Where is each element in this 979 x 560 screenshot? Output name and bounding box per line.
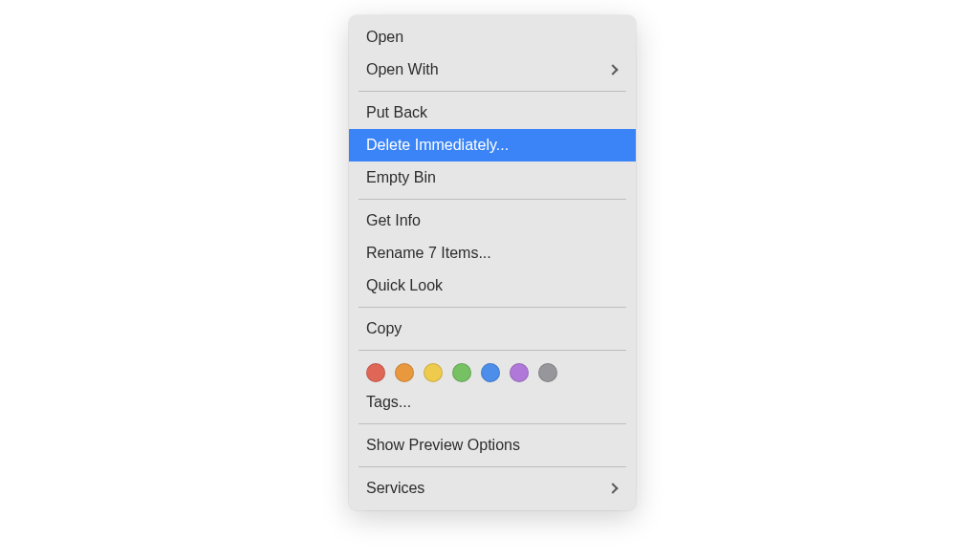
chevron-right-icon: [607, 64, 618, 75]
menu-item-copy[interactable]: Copy: [349, 312, 636, 345]
menu-item-label: Get Info: [366, 209, 421, 232]
chevron-right-icon: [607, 483, 618, 493]
menu-item-label: Quick Look: [366, 274, 443, 297]
menu-item-quick-look[interactable]: Quick Look: [349, 269, 636, 302]
menu-divider: [359, 350, 626, 351]
menu-divider: [359, 423, 626, 424]
tag-orange-icon[interactable]: [395, 363, 414, 382]
tag-purple-icon[interactable]: [510, 363, 529, 382]
menu-item-label: Open: [366, 26, 403, 49]
menu-item-label: Empty Bin: [366, 166, 436, 189]
context-menu: Open Open With Put Back Delete Immediate…: [349, 15, 636, 510]
menu-divider: [359, 199, 626, 200]
menu-item-label: Delete Immediately...: [366, 134, 509, 157]
tag-color-row: [349, 355, 636, 386]
menu-item-open[interactable]: Open: [349, 21, 636, 54]
menu-item-label: Put Back: [366, 101, 427, 124]
menu-item-label: Open With: [366, 58, 439, 81]
menu-item-open-with[interactable]: Open With: [349, 54, 636, 86]
menu-item-get-info[interactable]: Get Info: [349, 205, 636, 237]
menu-item-rename-items[interactable]: Rename 7 Items...: [349, 237, 636, 269]
menu-item-tags[interactable]: Tags...: [349, 386, 636, 419]
tag-green-icon[interactable]: [452, 363, 471, 382]
menu-item-label: Rename 7 Items...: [366, 242, 491, 265]
menu-item-services[interactable]: Services: [349, 472, 636, 505]
menu-divider: [359, 307, 626, 308]
menu-item-label: Tags...: [366, 391, 411, 414]
menu-divider: [359, 466, 626, 467]
menu-divider: [359, 91, 626, 92]
tag-red-icon[interactable]: [366, 363, 385, 382]
menu-item-label: Services: [366, 477, 424, 500]
menu-item-label: Show Preview Options: [366, 434, 520, 457]
menu-item-show-preview-options[interactable]: Show Preview Options: [349, 429, 636, 462]
tag-blue-icon[interactable]: [481, 363, 500, 382]
menu-item-delete-immediately[interactable]: Delete Immediately...: [349, 129, 636, 162]
menu-item-empty-bin[interactable]: Empty Bin: [349, 162, 636, 194]
tag-gray-icon[interactable]: [538, 363, 557, 382]
menu-item-label: Copy: [366, 317, 402, 340]
menu-item-put-back[interactable]: Put Back: [349, 97, 636, 129]
tag-yellow-icon[interactable]: [424, 363, 443, 382]
